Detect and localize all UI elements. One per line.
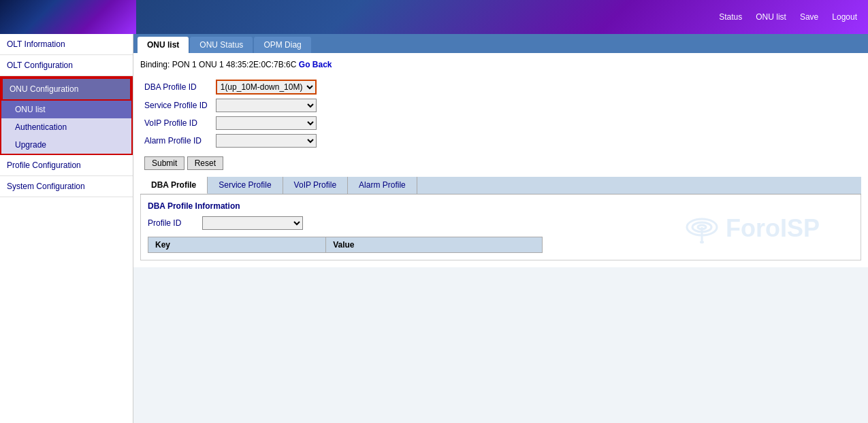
- top-nav: Status ONU list Save Logout: [719, 12, 857, 22]
- profile-id-select[interactable]: [202, 216, 303, 230]
- submit-button[interactable]: Submit: [144, 156, 184, 170]
- content-area: Binding: PON 1 ONU 1 48:35:2E:0C:7B:6C G…: [133, 53, 868, 267]
- nav-logout[interactable]: Logout: [832, 12, 857, 22]
- form-buttons: Submit Reset: [144, 156, 861, 170]
- dba-profile-id-select[interactable]: 1(up_10M-down_10M): [216, 80, 317, 95]
- sidebar-item-onu-list[interactable]: ONU list: [1, 101, 131, 118]
- go-back-link[interactable]: Go Back: [299, 60, 332, 69]
- nav-save[interactable]: Save: [800, 12, 818, 22]
- service-profile-id-cell: [212, 97, 321, 114]
- sidebar-item-onu-configuration[interactable]: ONU Configuration: [1, 78, 131, 101]
- dba-profile-id-cell: 1(up_10M-down_10M): [212, 78, 321, 97]
- main-content: ONU list ONU Status OPM Diag Binding: PO…: [133, 34, 868, 423]
- table-header-key: Key: [148, 237, 326, 253]
- profile-section: ForoISP DBA Profile Information Profile …: [140, 194, 861, 260]
- main-tab-bar: ONU list ONU Status OPM Diag: [133, 34, 868, 53]
- profile-form: DBA Profile ID 1(up_10M-down_10M) Servic…: [140, 78, 321, 150]
- alarm-profile-id-cell: [212, 132, 321, 150]
- top-header: Status ONU list Save Logout: [0, 0, 868, 34]
- alarm-profile-row: Alarm Profile ID: [140, 132, 321, 150]
- sidebar-item-upgrade[interactable]: Upgrade: [1, 136, 131, 154]
- tab-onu-list[interactable]: ONU list: [138, 37, 189, 53]
- profile-section-title: DBA Profile Information: [148, 201, 854, 211]
- nav-onu-list[interactable]: ONU list: [756, 12, 786, 22]
- service-profile-id-select[interactable]: [216, 99, 317, 112]
- profile-id-row: Profile ID: [148, 216, 854, 230]
- binding-info: Binding: PON 1 ONU 1 48:35:2E:0C:7B:6C G…: [140, 60, 861, 69]
- main-layout: OLT Information OLT Configuration ONU Co…: [0, 34, 868, 423]
- nav-status[interactable]: Status: [719, 12, 742, 22]
- svg-point-4: [700, 241, 704, 243]
- profile-id-label: Profile ID: [148, 218, 195, 228]
- binding-text: Binding: PON 1 ONU 1 48:35:2E:0C:7B:6C: [140, 60, 296, 69]
- voip-profile-id-label: VoIP Profile ID: [140, 114, 212, 132]
- profile-data-table: Key Value: [148, 237, 543, 253]
- alarm-profile-id-select[interactable]: [216, 134, 317, 148]
- reset-button[interactable]: Reset: [187, 156, 223, 170]
- tab-alarm-profile[interactable]: Alarm Profile: [348, 177, 417, 194]
- sidebar: OLT Information OLT Configuration ONU Co…: [0, 34, 133, 423]
- dba-profile-id-label: DBA Profile ID: [140, 78, 212, 97]
- voip-profile-id-select[interactable]: [216, 116, 317, 130]
- sidebar-onu-configuration-group: ONU Configuration ONU list Authenticatio…: [0, 76, 133, 155]
- service-profile-row: Service Profile ID: [140, 97, 321, 114]
- tab-onu-status[interactable]: ONU Status: [190, 37, 253, 53]
- tab-opm-diag[interactable]: OPM Diag: [254, 37, 310, 53]
- sidebar-item-olt-information[interactable]: OLT Information: [0, 34, 133, 55]
- sidebar-item-authentication[interactable]: Authentication: [1, 118, 131, 136]
- alarm-profile-id-label: Alarm Profile ID: [140, 132, 212, 150]
- table-header-value: Value: [326, 237, 543, 253]
- table-header-row: Key Value: [148, 237, 543, 253]
- tab-service-profile[interactable]: Service Profile: [208, 177, 283, 194]
- sidebar-item-profile-configuration[interactable]: Profile Configuration: [0, 155, 133, 176]
- tab-dba-profile[interactable]: DBA Profile: [140, 177, 208, 194]
- voip-profile-id-cell: [212, 114, 321, 132]
- sidebar-item-olt-configuration[interactable]: OLT Configuration: [0, 55, 133, 76]
- service-profile-id-label: Service Profile ID: [140, 97, 212, 114]
- tab-voip-profile[interactable]: VoIP Profile: [283, 177, 348, 194]
- dba-profile-row: DBA Profile ID 1(up_10M-down_10M): [140, 78, 321, 97]
- sidebar-item-system-configuration[interactable]: System Configuration: [0, 176, 133, 197]
- profile-tab-bar: DBA Profile Service Profile VoIP Profile…: [140, 177, 861, 194]
- header-background: [0, 0, 136, 34]
- voip-profile-row: VoIP Profile ID: [140, 114, 321, 132]
